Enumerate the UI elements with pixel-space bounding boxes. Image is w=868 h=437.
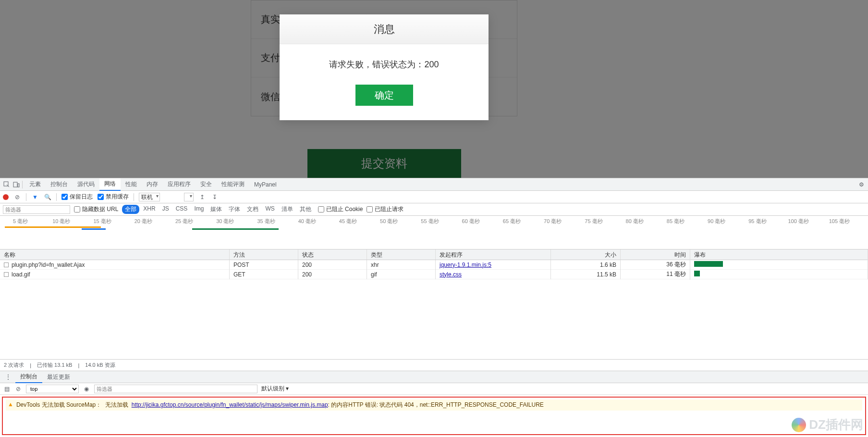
record-button[interactable] (3, 194, 9, 200)
timeline-tick: 105 毫秒 (829, 218, 850, 225)
warning-text: DevTools 无法加载 SourceMap： 无法加载 http://jic… (16, 401, 544, 409)
filter-type-pill[interactable]: 文档 (244, 205, 261, 214)
separator (56, 193, 57, 201)
blocked-requests-checkbox[interactable]: 已阻止请求 (367, 205, 403, 213)
presets-select[interactable] (184, 193, 194, 201)
console-warning[interactable]: ▲ DevTools 无法加载 SourceMap： 无法加载 http://j… (6, 400, 862, 411)
timeline-tick: 85 毫秒 (667, 218, 685, 225)
devtools-tab[interactable]: 应用程序 (163, 178, 196, 191)
filter-type-pill[interactable]: 清单 (279, 205, 296, 214)
dialog-message: 请求失败，错误状态为：200 (280, 44, 489, 85)
col-time[interactable]: 时间 (621, 250, 690, 260)
log-levels-select[interactable]: 默认级别 ▾ (261, 385, 289, 393)
timeline-track (0, 225, 868, 229)
network-empty (0, 279, 868, 359)
hide-data-urls-checkbox[interactable]: 隐藏数据 URL (74, 205, 118, 213)
devtools-tab[interactable]: 网络 (99, 178, 121, 191)
watermark: DZ插件网 (792, 416, 863, 433)
devtools-tabbar: 元素控制台源代码网络性能内存应用程序安全性能评测MyPanel ⚙ (0, 178, 868, 191)
svg-rect-1 (13, 182, 17, 187)
timeline-tick: 70 毫秒 (544, 218, 562, 225)
drawer-tab[interactable]: 最近更新 (42, 371, 75, 383)
status-resources: 14.0 kB 资源 (85, 362, 115, 369)
network-timeline[interactable]: 5 毫秒10 毫秒15 毫秒20 毫秒25 毫秒30 毫秒35 毫秒40 毫秒4… (0, 216, 868, 250)
devtools-tab[interactable]: MyPanel (249, 178, 281, 191)
separator (134, 193, 134, 201)
timeline-tick: 100 毫秒 (788, 218, 808, 225)
filter-type-pill[interactable]: XHR (140, 205, 158, 214)
timeline-tick: 50 毫秒 (380, 218, 398, 225)
timeline-tick: 15 毫秒 (93, 218, 111, 225)
col-method[interactable]: 方法 (230, 250, 298, 260)
col-name[interactable]: 名称 (0, 250, 230, 260)
drawer-tabbar: ⋮ 控制台最近更新 (0, 371, 868, 383)
filter-type-pill[interactable]: 其他 (297, 205, 314, 214)
filter-type-pill[interactable]: Img (191, 205, 207, 214)
devtools-tab[interactable]: 性能评测 (217, 178, 249, 191)
blocked-cookies-checkbox[interactable]: 已阻止 Cookie (318, 205, 363, 213)
col-initiator[interactable]: 发起程序 (436, 250, 551, 260)
inspect-icon[interactable] (3, 181, 11, 188)
ok-button[interactable]: 确定 (355, 85, 413, 106)
drawer-tab[interactable]: 控制台 (15, 371, 42, 383)
table-row[interactable]: plugin.php?id=fn_wallet:AjaxPOST200xhrjq… (0, 260, 868, 270)
search-icon[interactable]: 🔍 (44, 193, 51, 201)
preserve-log-checkbox[interactable]: 保留日志 (61, 193, 93, 201)
filter-type-pill[interactable]: WS (262, 205, 277, 214)
page-content: 真实 支付 微信 提交资料 消息 请求失败，错误状态为：200 确定 (0, 0, 868, 178)
filter-type-pill[interactable]: 字体 (226, 205, 243, 214)
devtools-tab[interactable]: 内存 (142, 178, 163, 191)
network-filterbar: 隐藏数据 URL 全部XHRJSCSSImg媒体字体文档WS清单其他 已阻止 C… (0, 203, 868, 216)
clear-console-icon[interactable]: ⊘ (14, 385, 22, 393)
dialog-title: 消息 (280, 14, 489, 44)
timeline-tick: 55 毫秒 (421, 218, 439, 225)
timeline-tick: 90 毫秒 (708, 218, 725, 225)
timeline-tick: 45 毫秒 (339, 218, 357, 225)
network-toolbar: ⊘ ▼ 🔍 保留日志 禁用缓存 联机 ↥ ↧ (0, 191, 868, 203)
kebab-icon[interactable]: ⋮ (3, 373, 13, 381)
devtools-tab[interactable]: 源代码 (73, 178, 99, 191)
filter-icon[interactable]: ▼ (31, 193, 39, 201)
device-icon[interactable] (12, 181, 20, 188)
warning-url[interactable]: http://jicika.gfctop.cn/source/plugin/fn… (132, 401, 328, 408)
col-waterfall[interactable]: 瀑布 (690, 250, 868, 260)
timeline-tick: 40 毫秒 (298, 218, 316, 225)
sidebar-toggle-icon[interactable]: ▤ (3, 385, 11, 393)
initiator-link[interactable]: jquery-1.9.1.min.js:5 (440, 262, 491, 268)
filter-input[interactable] (3, 205, 70, 214)
timeline-tick: 60 毫秒 (462, 218, 480, 225)
gear-icon[interactable]: ⚙ (857, 181, 865, 188)
col-type[interactable]: 类型 (367, 250, 436, 260)
timeline-tick: 20 毫秒 (134, 218, 152, 225)
filter-type-pill[interactable]: 全部 (122, 205, 139, 214)
devtools-tab[interactable]: 控制台 (46, 178, 73, 191)
col-size[interactable]: 大小 (551, 250, 621, 260)
timeline-tick: 5 毫秒 (13, 218, 28, 225)
console-filter-input[interactable] (94, 385, 257, 393)
throttling-select[interactable]: 联机 (139, 193, 160, 201)
filter-type-pill[interactable]: 媒体 (208, 205, 225, 214)
live-expression-icon[interactable]: ◉ (83, 385, 90, 393)
download-icon[interactable]: ↧ (211, 193, 219, 201)
clear-icon[interactable]: ⊘ (13, 193, 21, 201)
disable-cache-checkbox[interactable]: 禁用缓存 (98, 193, 129, 201)
timeline-bar (82, 228, 106, 230)
svg-rect-2 (18, 184, 19, 187)
separator (22, 181, 23, 188)
network-table-body: plugin.php?id=fn_wallet:AjaxPOST200xhrjq… (0, 260, 868, 279)
initiator-link[interactable]: style.css (440, 271, 462, 278)
dialog-footer: 确定 (280, 85, 489, 120)
context-select[interactable]: top (26, 385, 79, 393)
timeline-tick: 35 毫秒 (257, 218, 275, 225)
filter-type-pill[interactable]: CSS (173, 205, 191, 214)
devtools-tab[interactable]: 元素 (24, 178, 46, 191)
upload-icon[interactable]: ↥ (198, 193, 206, 201)
devtools-tab[interactable]: 性能 (121, 178, 142, 191)
timeline-tick: 95 毫秒 (748, 218, 766, 225)
col-status[interactable]: 状态 (298, 250, 367, 260)
table-row[interactable]: load.gifGET200gifstyle.css11.5 kB11 毫秒 (0, 270, 868, 279)
filter-type-pill[interactable]: JS (159, 205, 172, 214)
devtools-tab[interactable]: 安全 (196, 178, 217, 191)
timeline-tick: 65 毫秒 (503, 218, 521, 225)
timeline-bar (192, 228, 279, 230)
